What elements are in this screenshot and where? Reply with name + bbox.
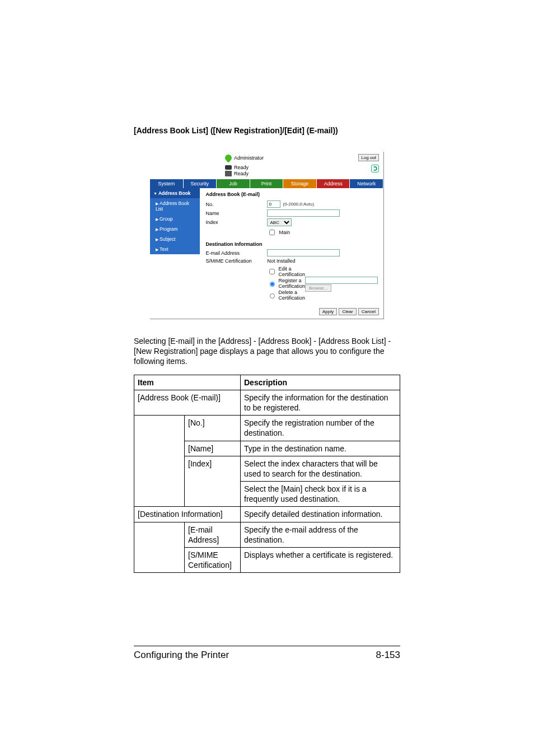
- cancel-button[interactable]: Cancel: [358, 308, 379, 315]
- sidebar-subject[interactable]: ▶Subject: [150, 234, 200, 244]
- radio-delete-cert[interactable]: [270, 293, 275, 298]
- intro-paragraph: Selecting [E-mail] in the [Address] - [A…: [134, 336, 400, 367]
- sidebar-address-book[interactable]: ▼Address Book: [150, 188, 200, 198]
- label-main: Main: [279, 230, 290, 235]
- input-email[interactable]: [267, 249, 340, 256]
- input-cert-file[interactable]: [305, 277, 378, 284]
- section-title: [Address Book List] ([New Registration]/…: [134, 126, 400, 135]
- refresh-icon[interactable]: [371, 165, 379, 172]
- sidebar: ▼Address Book ▶Address Book List ▶Group …: [150, 188, 200, 306]
- cell-r6-desc: Specify the e-mail address of the destin…: [241, 522, 400, 547]
- sidebar-program[interactable]: ▶Program: [150, 224, 200, 234]
- checkbox-main[interactable]: [269, 230, 275, 235]
- logout-button[interactable]: Log out: [358, 154, 379, 161]
- label-delete-cert: Delete a Certification: [278, 290, 305, 301]
- smime-value: Not Installed: [267, 258, 295, 264]
- input-no[interactable]: [267, 200, 280, 208]
- tab-print[interactable]: Print: [250, 179, 284, 188]
- hint-no: (0-2000,0:Auto): [283, 202, 314, 207]
- printer-icon: [225, 171, 232, 176]
- admin-icon: [224, 153, 233, 162]
- status-ready-2: Ready: [234, 171, 249, 176]
- label-smime: S/MIME Certification: [205, 258, 267, 264]
- cell-no: [No.]: [185, 416, 241, 441]
- screenshot: Administrator Log out Ready Ready System…: [150, 152, 384, 319]
- admin-label: Administrator: [234, 155, 264, 161]
- cell-r1-desc: Specify the information for the destinat…: [241, 390, 400, 415]
- th-item: Item: [134, 375, 241, 390]
- tab-storage[interactable]: Storage: [283, 179, 317, 188]
- cell-r2-desc: Specify the registration number of the d…: [241, 416, 400, 441]
- select-index[interactable]: ABC: [267, 218, 292, 226]
- tab-row: System Security Job Print Storage Addres…: [150, 179, 383, 188]
- label-name: Name: [205, 211, 267, 216]
- status-ready-1: Ready: [234, 165, 249, 170]
- label-email: E-mail Address: [205, 250, 267, 256]
- sidebar-group[interactable]: ▶Group: [150, 214, 200, 224]
- toner-icon: [225, 165, 232, 170]
- tab-system[interactable]: System: [150, 179, 184, 188]
- description-table: Item Description [Address Book (E-mail)]…: [134, 375, 400, 573]
- clear-button[interactable]: Clear: [339, 308, 356, 315]
- page-footer: Configuring the Printer 8-153: [134, 646, 400, 661]
- cell-r5-desc: Specify detailed destination information…: [241, 507, 400, 522]
- label-edit-cert: Edit a Certification: [278, 266, 305, 277]
- input-name[interactable]: [267, 209, 340, 217]
- cell-email-addr: [E-mail Address]: [185, 522, 241, 547]
- cell-blank-1: [134, 416, 185, 507]
- footer-left: Configuring the Printer: [134, 650, 229, 661]
- label-no: No.: [205, 202, 267, 207]
- th-description: Description: [241, 375, 400, 390]
- sidebar-text[interactable]: ▶Text: [150, 244, 200, 254]
- tab-network[interactable]: Network: [350, 179, 383, 188]
- sidebar-address-book-list[interactable]: ▶Address Book List: [150, 198, 200, 214]
- tab-address[interactable]: Address: [317, 179, 350, 188]
- cell-r7-desc: Displays whether a certificate is regist…: [241, 548, 400, 573]
- label-index: Index: [205, 220, 267, 225]
- browse-button[interactable]: Browse...: [305, 284, 331, 292]
- cell-r4-desc-a: Select the index characters that will be…: [241, 456, 400, 481]
- cell-address-book-email: [Address Book (E-mail)]: [134, 390, 241, 415]
- dest-info-heading: Destination Information: [205, 241, 378, 247]
- radio-register-cert[interactable]: [270, 282, 275, 287]
- tab-job[interactable]: Job: [217, 179, 250, 188]
- cell-r3-desc: Type in the destination name.: [241, 441, 400, 456]
- cell-index: [Index]: [185, 456, 241, 507]
- footer-right: 8-153: [376, 650, 400, 661]
- tab-security[interactable]: Security: [184, 179, 217, 188]
- cell-r4-desc-b: Select the [Main] check box if it is a f…: [241, 482, 400, 507]
- apply-button[interactable]: Apply: [319, 308, 337, 315]
- label-register-cert: Register a Certification: [278, 278, 305, 289]
- cell-blank-2: [134, 522, 185, 573]
- cell-name: [Name]: [185, 441, 241, 456]
- cell-dest-info: [Destination Information]: [134, 507, 241, 522]
- form-title: Address Book (E-mail): [205, 192, 378, 197]
- checkbox-edit-cert[interactable]: [269, 269, 275, 274]
- cell-smime-cert: [S/MIME Certification]: [185, 548, 241, 573]
